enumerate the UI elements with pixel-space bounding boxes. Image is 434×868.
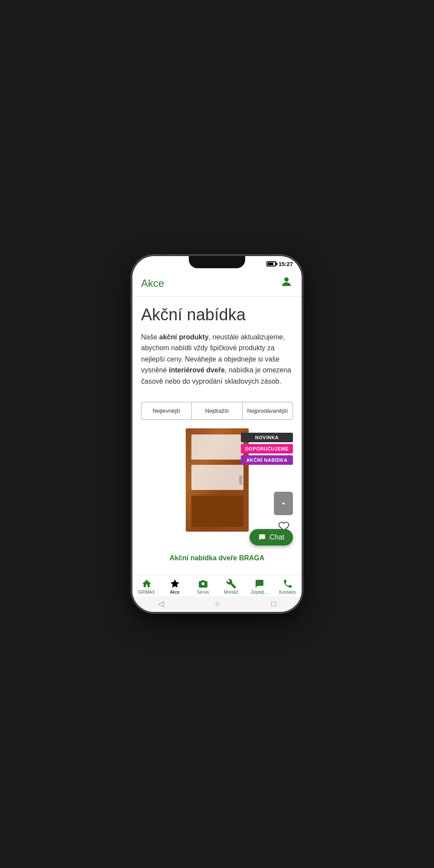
badge-container: NOVINKA DOPORUČUJEME AKČNÍ NABÍDKA [241,433,293,465]
nav-item-zeptejt[interactable]: Zeptejt... [249,579,270,595]
svg-rect-3 [191,434,243,460]
nav-item-akce[interactable]: Akce [164,579,186,595]
chat-label: Chat [270,533,284,541]
camera-icon [198,579,208,589]
phone-notch [189,256,245,268]
nav-item-montaz[interactable]: Montáž [220,579,242,595]
nav-label-zeptejt: Zeptejt... [251,590,268,595]
bottom-nav: GRIMAX Akce Servis Montáž [132,575,302,596]
nav-label-kontakty: Kontakty [279,590,296,595]
app-title: Akce [141,277,164,289]
nav-label-akce: Akce [170,590,179,595]
wrench-icon [226,579,237,589]
nav-label-grimax: GRIMAX [138,590,155,595]
phone-icon [283,579,293,589]
recent-button[interactable]: □ [271,599,276,608]
badge-doporucujeme: DOPORUČUJEME [241,444,293,454]
home-icon [141,579,152,589]
svg-rect-4 [191,465,243,490]
page-main-title: Akční nabídka [141,306,293,325]
chat2-icon [254,579,265,589]
desc-bold-2: interiérové dveře [169,366,225,374]
badge-akcni: AKČNÍ NABÍDKA [241,455,293,465]
home-button[interactable]: ○ [215,599,220,608]
filter-bestseller[interactable]: Nejprodávanější [243,402,293,420]
svg-rect-6 [239,475,242,485]
chat-button[interactable]: Chat [250,529,293,546]
chat-icon [258,533,266,541]
battery-icon [266,261,276,266]
product-card: NOVINKA DOPORUČUJEME AKČNÍ NABÍDKA [137,428,297,566]
nav-label-servis: Servis [197,590,209,595]
nav-item-servis[interactable]: Servis [192,579,214,595]
nav-item-kontakty[interactable]: Kontakty [277,579,299,595]
page-description: Naše akční produkty, neustále aktualizuj… [141,332,293,387]
nav-label-montaz: Montáž [224,590,238,595]
back-button[interactable]: ◁ [158,599,164,608]
phone-screen: Akce Akční nabídka Naše akční produkty, … [132,270,302,612]
star-icon [170,579,180,589]
filter-expensive[interactable]: Nejdražší [192,402,242,420]
page-hero: Akční nabídka Naše akční produkty, neust… [132,297,302,402]
phone-frame: 15:27 Akce Akční nabídka Naše akční prod… [132,256,302,612]
desc-text-1: Naše [141,333,159,341]
scroll-top-button[interactable] [274,492,293,515]
svg-point-0 [284,277,289,282]
desc-bold-1: akční produkty [159,333,209,341]
svg-rect-5 [191,496,243,527]
user-icon[interactable] [280,275,293,291]
nav-item-grimax[interactable]: GRIMAX [136,579,158,595]
badge-novinka: NOVINKA [241,433,293,442]
filter-cheapest[interactable]: Nejlevnější [141,402,192,420]
content-area: Akční nabídka Naše akční produkty, neust… [132,297,302,575]
app-header: Akce [132,270,302,297]
filter-buttons: Nejlevnější Nejdražší Nejprodávanější [141,402,293,420]
home-indicator: ◁ ○ □ [132,596,302,612]
product-image-container: NOVINKA DOPORUČUJEME AKČNÍ NABÍDKA [137,428,297,533]
status-time: 15:27 [279,261,293,267]
